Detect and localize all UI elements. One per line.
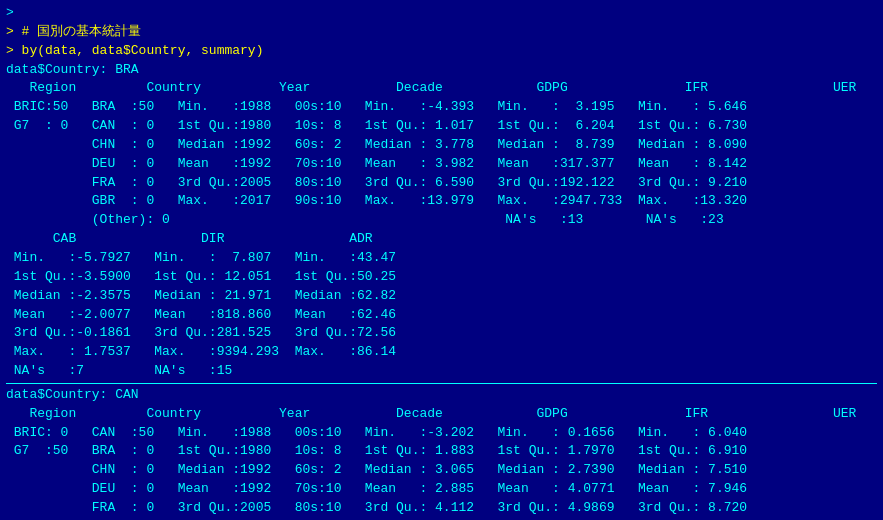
terminal-line: > by(data, data$Country, summary) — [6, 42, 877, 61]
terminal-line: G7 :50 BRA : 0 1st Qu.:1980 10s: 8 1st Q… — [6, 442, 877, 461]
terminal-line: NA's :7 NA's :15 — [6, 362, 877, 381]
terminal-line: GBR : 0 Max. :2017 90s:10 Max. :13.979 M… — [6, 192, 877, 211]
terminal-line: G7 : 0 CAN : 0 1st Qu.:1980 10s: 8 1st Q… — [6, 117, 877, 136]
terminal-line: CAB DIR ADR — [6, 230, 877, 249]
terminal-line: CHN : 0 Median :1992 60s: 2 Median : 3.7… — [6, 136, 877, 155]
terminal-line: Min. :-5.7927 Min. : 7.807 Min. :43.47 — [6, 249, 877, 268]
terminal-line: 1st Qu.:-3.5900 1st Qu.: 12.051 1st Qu.:… — [6, 268, 877, 287]
section-divider — [6, 383, 877, 384]
terminal-line: Mean :-2.0077 Mean :818.860 Mean :62.46 — [6, 306, 877, 325]
terminal-output: > > # 国別の基本統計量> by(data, data$Country, s… — [6, 4, 877, 520]
terminal-line: Median :-2.3575 Median : 21.971 Median :… — [6, 287, 877, 306]
terminal-line: data$Country: BRA — [6, 61, 877, 80]
terminal-line: FRA : 0 3rd Qu.:2005 80s:10 3rd Qu.: 6.5… — [6, 174, 877, 193]
terminal-line: data$Country: CAN — [6, 386, 877, 405]
terminal-line: FRA : 0 3rd Qu.:2005 80s:10 3rd Qu.: 4.1… — [6, 499, 877, 518]
terminal-line: Region Country Year Decade GDPG IFR UER — [6, 405, 877, 424]
terminal-line: Max. : 1.7537 Max. :9394.293 Max. :86.14 — [6, 343, 877, 362]
terminal-line: > # 国別の基本統計量 — [6, 23, 877, 42]
terminal-line: DEU : 0 Mean :1992 70s:10 Mean : 2.885 M… — [6, 480, 877, 499]
terminal-line: > — [6, 4, 877, 23]
terminal-line: Region Country Year Decade GDPG IFR UER — [6, 79, 877, 98]
terminal-line: DEU : 0 Mean :1992 70s:10 Mean : 3.982 M… — [6, 155, 877, 174]
terminal-line: (Other): 0 NA's :13 NA's :23 — [6, 211, 877, 230]
terminal-line: CHN : 0 Median :1992 60s: 2 Median : 3.0… — [6, 461, 877, 480]
terminal-line: BRIC: 0 CAN :50 Min. :1988 00s:10 Min. :… — [6, 424, 877, 443]
terminal-line: BRIC:50 BRA :50 Min. :1988 00s:10 Min. :… — [6, 98, 877, 117]
terminal-line: 3rd Qu.:-0.1861 3rd Qu.:281.525 3rd Qu.:… — [6, 324, 877, 343]
